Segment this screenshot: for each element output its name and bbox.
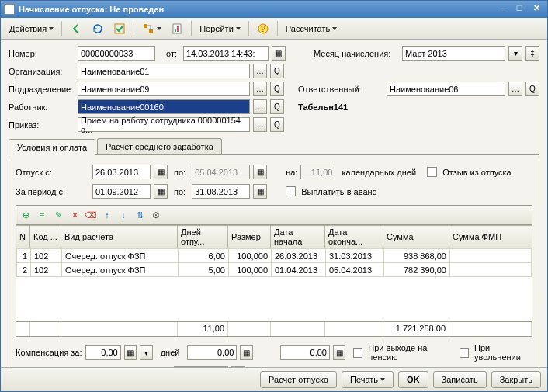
settings-icon[interactable]: ⚙ xyxy=(149,208,163,222)
minimize-button[interactable]: _ xyxy=(494,3,510,16)
insert-row-icon[interactable]: ≡ xyxy=(35,208,49,222)
org-open-icon[interactable]: Q xyxy=(270,64,284,78)
help-icon[interactable]: ? xyxy=(253,20,273,37)
back-icon[interactable] xyxy=(66,20,86,37)
post-icon[interactable] xyxy=(109,20,130,37)
structure-icon[interactable] xyxy=(138,20,165,37)
recall-label: Отзыв из отпуска xyxy=(442,168,512,177)
advance-label: Выплатить в аванс xyxy=(301,187,376,196)
refresh-icon[interactable] xyxy=(88,20,108,37)
vac-to-input: 05.04.2013 xyxy=(192,165,250,179)
goto-menu[interactable]: Перейти xyxy=(196,20,245,37)
order-label: Приказ: xyxy=(9,120,75,130)
advance-checkbox[interactable] xyxy=(286,186,296,196)
order-input[interactable]: Прием на работу сотрудника 000000154 о..… xyxy=(78,117,250,132)
calc-grid[interactable]: N Код ... Вид расчета Дней отпу... Разме… xyxy=(16,225,532,248)
pension-checkbox[interactable] xyxy=(353,348,362,358)
vacation-calc-button[interactable]: Расчет отпуска xyxy=(260,371,337,388)
ok-button[interactable]: OK xyxy=(398,371,428,388)
date-input[interactable]: 14.03.2013 14:43: xyxy=(183,46,269,61)
month-input[interactable]: Март 2013 xyxy=(402,46,505,61)
maximize-button[interactable]: □ xyxy=(512,3,527,16)
worker-select-icon[interactable]: … xyxy=(253,99,267,114)
table-row[interactable]: 2102Очеред. отпуск ФЗП5,00100,00001.04.2… xyxy=(17,263,532,277)
edit-row-icon[interactable]: ✎ xyxy=(51,208,65,222)
order-select-icon[interactable]: … xyxy=(253,117,267,132)
svg-rect-1 xyxy=(144,24,147,28)
sort-icon[interactable]: ⇅ xyxy=(133,208,147,222)
month-label: Месяц начисления: xyxy=(314,49,399,58)
resp-label: Ответственный: xyxy=(298,85,383,94)
calendar-icon[interactable]: ▦ xyxy=(272,46,286,61)
org-select-icon[interactable]: … xyxy=(253,64,267,78)
move-up-icon[interactable]: ↑ xyxy=(100,208,114,222)
period-from-input[interactable]: 01.09.2012 xyxy=(92,184,151,199)
table-row[interactable]: 1102Очеред. отпуск ФЗП6,00100,00026.03.2… xyxy=(17,249,532,263)
calc-icon[interactable]: ▦ xyxy=(240,345,252,360)
order-open-icon[interactable]: Q xyxy=(270,117,284,132)
dept-select-icon[interactable]: … xyxy=(253,82,267,96)
move-down-icon[interactable]: ↓ xyxy=(116,208,130,222)
resp-open-icon[interactable]: Q xyxy=(525,82,539,96)
period-to-input[interactable]: 31.08.2013 xyxy=(192,184,250,199)
vac-from-label: Отпуск с: xyxy=(16,168,89,177)
dept-open-icon[interactable]: Q xyxy=(270,82,284,96)
tab-conditions[interactable]: Условия и оплата xyxy=(9,139,95,155)
calendar-icon[interactable]: ▦ xyxy=(154,165,168,179)
toolbar: Действия Перейти ? Рассчитать xyxy=(1,18,547,40)
org-label: Организация: xyxy=(9,67,75,76)
vac-to-label: по: xyxy=(174,168,186,177)
calc-icon[interactable]: ▦ xyxy=(333,345,345,360)
titlebar: Начисление отпуска: Не проведен _ □ ✕ xyxy=(1,1,547,18)
print-button[interactable]: Печать xyxy=(342,371,394,388)
period-label: За период с: xyxy=(16,187,89,196)
dept-label: Подразделение: xyxy=(9,85,75,94)
report-icon[interactable] xyxy=(167,20,187,37)
svg-rect-5 xyxy=(177,26,179,32)
resp-input[interactable]: Наименование06 xyxy=(387,82,505,96)
days-label: календарных дней xyxy=(342,168,416,177)
calendar-icon[interactable]: ▦ xyxy=(253,165,267,179)
close-button[interactable]: ✕ xyxy=(529,3,544,16)
number-input[interactable]: 00000000033 xyxy=(78,46,155,61)
calc-icon[interactable]: ▦ xyxy=(124,345,137,360)
resp-select-icon[interactable]: … xyxy=(508,82,522,96)
calc-menu[interactable]: Рассчитать xyxy=(282,20,341,37)
days-input: 11,00 xyxy=(300,165,335,179)
worker-open-icon[interactable]: Q xyxy=(270,99,284,114)
worker-input[interactable]: Наименование00160 xyxy=(78,99,250,114)
dept-input[interactable]: Наименование09 xyxy=(78,82,250,96)
comp-v3-input[interactable]: 0,00 xyxy=(280,345,330,360)
month-dropdown-icon[interactable]: ▾ xyxy=(508,46,522,61)
fire-checkbox[interactable] xyxy=(460,348,469,358)
comp-days-input[interactable]: 0,00 xyxy=(85,345,121,360)
actions-menu[interactable]: Действия xyxy=(5,20,57,37)
close-window-button[interactable]: Закрыть xyxy=(491,371,541,388)
save-button[interactable]: Записать xyxy=(433,371,487,388)
svg-rect-0 xyxy=(115,24,124,33)
vac-from-input[interactable]: 26.03.2013 xyxy=(92,165,151,179)
org-input[interactable]: Наименование01 xyxy=(78,64,250,78)
window-title: Начисление отпуска: Не проведен xyxy=(19,5,494,14)
dropdown-icon[interactable]: ▾ xyxy=(140,345,152,360)
month-spin-icon[interactable]: ‡ xyxy=(525,46,539,61)
calendar-icon[interactable]: ▦ xyxy=(154,184,168,199)
delete-row-icon[interactable]: ✕ xyxy=(68,208,82,222)
svg-rect-4 xyxy=(175,29,176,32)
app-icon xyxy=(4,4,15,15)
clear-icon[interactable]: ⌫ xyxy=(84,208,98,222)
svg-text:?: ? xyxy=(261,24,265,33)
tab-avg-calc[interactable]: Расчет среднего заработка xyxy=(97,138,222,154)
worker-label: Работник: xyxy=(9,102,75,112)
number-label: Номер: xyxy=(9,49,75,58)
from-label: от: xyxy=(166,49,177,58)
grid-footer: 11,00 1 721 258,00 xyxy=(16,322,532,337)
comp-v2-input[interactable]: 0,00 xyxy=(187,345,237,360)
na-label: на: xyxy=(286,168,297,177)
comp-label: Компенсация за: xyxy=(16,348,82,357)
tabel-number: Табельн141 xyxy=(298,102,348,112)
recall-checkbox[interactable] xyxy=(427,167,437,177)
calendar-icon[interactable]: ▦ xyxy=(253,184,267,199)
add-row-icon[interactable]: ⊕ xyxy=(19,208,33,222)
